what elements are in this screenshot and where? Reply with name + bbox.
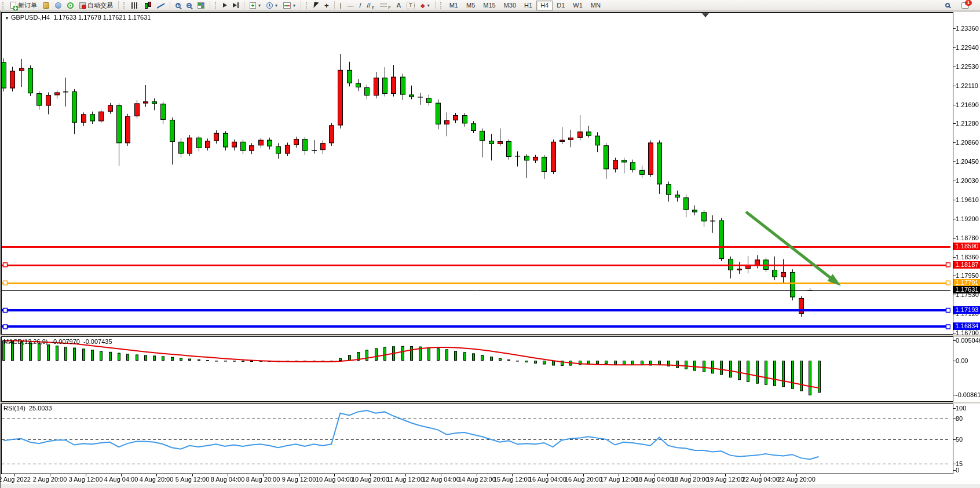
text-button[interactable]: A [394,0,404,10]
fibonacci-icon [380,3,387,8]
auto-scroll-button[interactable] [220,0,230,10]
timeframe-button-w1[interactable]: W1 [569,1,587,10]
metaeditor-icon [43,2,49,9]
candlestick-icon [144,2,151,9]
timeframe-button-m5[interactable]: M5 [462,1,479,10]
tile-windows-button[interactable] [195,0,207,10]
zoom-out-icon: − [187,3,192,8]
timeframe-button-d1[interactable]: D1 [553,1,569,10]
text-label-icon: T [407,2,415,9]
chevron-down-icon: ▾ [293,3,295,8]
vertical-line-button[interactable]: | [337,0,345,10]
metaeditor-button[interactable] [40,0,52,10]
fibo-sub-label: F [388,6,390,10]
community-button[interactable] [52,0,64,10]
chevron-down-icon: ▾ [258,3,261,8]
trendline-button[interactable]: / [357,0,364,10]
profile-icon [55,2,61,9]
toolbar: 新订单 自动交易 + − +▾ ▾ ▾ + | — / //E F A T [0,0,980,11]
new-order-button[interactable]: 新订单 [8,0,40,10]
templates-button[interactable]: ▾ [280,0,298,10]
horizontal-line-button[interactable]: — [345,0,357,10]
timeframe-button-mn[interactable]: MN [587,1,605,10]
bar-chart-icon [131,2,138,9]
signals-icon [67,2,74,9]
notification-badge: 1 [965,0,972,6]
chat-icon: 1 [961,2,969,9]
autotrading-button[interactable]: 自动交易 [76,0,116,10]
new-order-label: 新订单 [18,1,37,10]
autotrading-icon [79,2,86,9]
auto-scroll-icon [223,3,227,8]
vertical-line-icon: | [340,2,342,9]
timeframe-group: M1M5M15M30H1H4D1W1MN [445,1,605,10]
chart-shift-icon [233,2,239,8]
arrows-button[interactable]: ◆▾ [418,0,433,10]
arrows-icon: ◆ [420,2,425,9]
toolbar-grip [2,2,6,9]
autotrading-label: 自动交易 [87,1,113,10]
clock-icon [266,2,273,9]
tile-windows-icon [198,2,204,9]
text-icon: A [397,2,401,9]
chevron-down-icon: ▾ [427,3,430,8]
new-order-icon [10,2,16,9]
chart-shift-button[interactable] [230,0,242,10]
chevron-down-icon: ▾ [275,3,277,8]
line-chart-icon [157,2,164,9]
indicators-button[interactable]: +▾ [247,0,264,10]
crosshair-button[interactable]: + [321,0,332,10]
search-icon [945,3,950,8]
timeframe-button-m1[interactable]: M1 [445,1,462,10]
fibonacci-button[interactable]: F [377,0,393,10]
indicators-icon: + [250,2,256,9]
cursor-button[interactable] [311,0,321,10]
signals-button[interactable] [64,0,76,10]
timeframe-button-h1[interactable]: H1 [520,1,536,10]
channel-button[interactable]: //E [364,0,378,10]
line-chart-button[interactable] [154,0,167,10]
horizontal-line-icon: — [348,2,354,9]
template-icon [283,2,291,9]
chart-canvas[interactable] [0,0,980,488]
timeframe-button-m15[interactable]: M15 [479,1,499,10]
timeframe-button-h4[interactable]: H4 [536,1,553,10]
candlestick-chart-button[interactable] [141,0,154,10]
search-button[interactable] [942,0,953,10]
trendline-icon: / [360,2,361,9]
mt4-window: 新订单 自动交易 + − +▾ ▾ ▾ + | — / //E F A T [0,0,980,488]
timeframe-button-m30[interactable]: M30 [500,1,520,10]
periods-button[interactable]: ▾ [264,0,280,10]
zoom-in-icon: + [175,3,181,8]
notifications-button[interactable]: 1 [959,0,972,10]
crosshair-icon: + [324,2,329,9]
text-label-button[interactable]: T [404,0,418,10]
channel-icon: // [367,2,371,9]
zoom-out-button[interactable]: − [184,0,195,10]
channel-sub-label: E [372,6,375,10]
bar-chart-button[interactable] [129,0,141,10]
cursor-icon [313,2,319,8]
zoom-in-button[interactable]: + [173,0,184,10]
